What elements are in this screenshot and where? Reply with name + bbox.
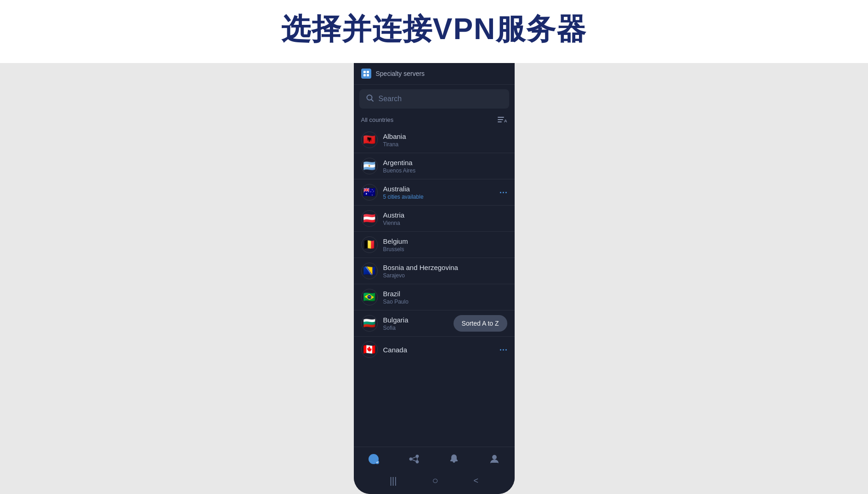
country-info: Argentina Buenos Aires	[383, 159, 507, 174]
country-name: Belgium	[383, 237, 507, 245]
svg-rect-0	[363, 71, 366, 73]
page-header: 选择并连接VPN服务器	[0, 0, 868, 63]
flag-canada: 🇨🇦	[361, 341, 378, 358]
list-item[interactable]: 🇦🇱 Albania Tirana	[354, 127, 515, 153]
list-item[interactable]: 🇦🇷 Argentina Buenos Aires	[354, 153, 515, 179]
flag-belgium: 🇧🇪	[361, 236, 378, 253]
svg-point-14	[409, 458, 412, 460]
svg-line-17	[412, 457, 416, 459]
sorted-tooltip: Sorted A to Z	[454, 315, 507, 332]
specialty-icon	[361, 69, 371, 79]
country-name: Austria	[383, 211, 507, 219]
flag-argentina: 🇦🇷	[361, 158, 378, 174]
countries-label: All countries	[361, 116, 394, 123]
country-sub: Tirana	[383, 141, 507, 148]
country-sub: Brussels	[383, 246, 507, 253]
country-sub: Vienna	[383, 220, 507, 226]
android-home[interactable]: ○	[432, 475, 438, 487]
flag-austria: 🇦🇹	[361, 210, 378, 227]
country-list: 🇦🇱 Albania Tirana 🇦🇷 Argentina Buenos Ai…	[354, 127, 515, 447]
flag-bosnia: 🇧🇦	[361, 263, 378, 279]
svg-text:A: A	[504, 119, 507, 123]
list-item[interactable]: 🇧🇦 Bosnia and Herzegovina Sarajevo	[354, 258, 515, 284]
svg-point-16	[416, 461, 418, 463]
sort-button[interactable]: A	[497, 116, 507, 123]
country-sub: Sao Paulo	[383, 299, 507, 305]
more-options-icon[interactable]: ⋯	[499, 187, 507, 197]
country-info: Belgium Brussels	[383, 237, 507, 253]
android-nav: ||| ○ <	[354, 469, 515, 494]
android-back[interactable]: <	[474, 476, 479, 486]
search-bar[interactable]: Search	[359, 89, 509, 109]
search-placeholder: Search	[379, 95, 402, 103]
nav-meshnet[interactable]	[401, 452, 427, 466]
svg-line-18	[412, 460, 416, 461]
flag-australia: 🇦🇺	[361, 184, 378, 201]
country-info: Bosnia and Herzegovina Sarajevo	[383, 264, 507, 279]
country-name: Canada	[383, 346, 494, 354]
list-item[interactable]: 🇧🇷 Brazil Sao Paulo	[354, 284, 515, 310]
country-name: Bosnia and Herzegovina	[383, 264, 507, 271]
country-sub: Sarajevo	[383, 272, 507, 279]
countries-header: All countries A	[354, 113, 515, 127]
list-item[interactable]: 🇨🇦 Canada ⋯	[354, 337, 515, 362]
page-title: 选择并连接VPN服务器	[0, 9, 868, 49]
country-cities-available: 5 cities available	[383, 194, 494, 200]
specialty-bar-label: Specialty servers	[376, 70, 425, 77]
country-name: Argentina	[383, 159, 507, 167]
list-item[interactable]: 🇧🇬 Bulgaria Sofia Sorted A to Z	[354, 310, 515, 336]
android-recent[interactable]: |||	[390, 476, 397, 486]
country-info: Australia 5 cities available	[383, 185, 494, 200]
nav-notifications[interactable]	[441, 452, 467, 466]
country-info: Canada	[383, 346, 494, 354]
list-item[interactable]: 🇧🇪 Belgium Brussels	[354, 232, 515, 258]
svg-rect-2	[363, 74, 366, 76]
country-info: Albania Tirana	[383, 132, 507, 148]
svg-point-15	[416, 455, 418, 458]
phone-container: Specialty servers Search All countries A…	[354, 63, 515, 494]
list-item[interactable]: 🇦🇹 Austria Vienna	[354, 206, 515, 231]
nav-account[interactable]	[482, 452, 507, 466]
svg-point-20	[493, 455, 496, 459]
svg-rect-3	[367, 74, 369, 76]
country-info: Brazil Sao Paulo	[383, 290, 507, 305]
flag-albania: 🇦🇱	[361, 132, 378, 148]
more-options-icon[interactable]: ⋯	[499, 345, 507, 355]
bottom-nav	[354, 447, 515, 469]
country-sub: Buenos Aires	[383, 167, 507, 174]
list-item[interactable]: 🇦🇺 Australia 5 cities available ⋯	[354, 179, 515, 205]
country-name: Australia	[383, 185, 494, 193]
country-info: Austria Vienna	[383, 211, 507, 226]
flag-bulgaria: 🇧🇬	[361, 315, 378, 332]
country-name: Brazil	[383, 290, 507, 298]
country-name: Albania	[383, 132, 507, 140]
svg-rect-1	[367, 71, 369, 73]
search-icon	[366, 94, 374, 104]
nav-vpn[interactable]	[361, 452, 386, 466]
specialty-bar[interactable]: Specialty servers	[354, 63, 515, 85]
flag-brazil: 🇧🇷	[361, 289, 378, 305]
svg-line-5	[371, 100, 373, 102]
